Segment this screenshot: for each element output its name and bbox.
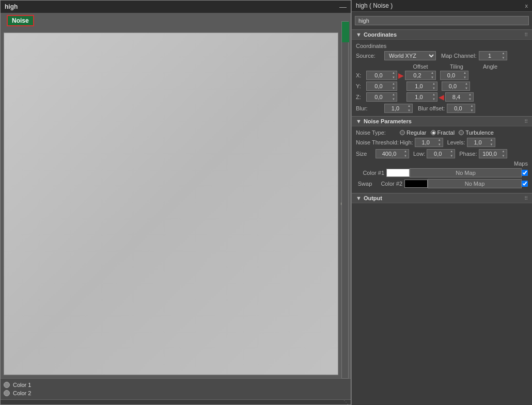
coordinates-label: Coordinates <box>356 43 386 49</box>
y-angle-spinner[interactable]: 0,0 ▲▼ <box>442 82 470 91</box>
high-value: 1,0 <box>415 139 436 145</box>
noise-params-title: Noise Parameters <box>364 118 412 124</box>
blur-row: Blur: 1,0 ▲▼ Blur offset: 0,0 ▲▼ <box>356 104 528 113</box>
size-label: Size <box>356 151 375 157</box>
color-nodes: Color 1 Color 2 <box>1 378 351 399</box>
radio-regular[interactable]: Regular <box>400 129 427 136</box>
radio-turbulence-label: Turbulence <box>465 129 494 136</box>
color2-no-map-button[interactable]: No Map <box>428 179 522 188</box>
coordinates-title: Coordinates <box>364 31 397 38</box>
radio-fractal-label: Fractal <box>437 129 455 136</box>
map-channel-value: 1 <box>479 53 500 59</box>
z-offset-spinner[interactable]: 0,0 ▲▼ <box>366 92 397 102</box>
blur-offset-spinner[interactable]: 0,0 ▲▼ <box>447 104 475 113</box>
radio-fractal[interactable]: Fractal <box>431 129 455 136</box>
coordinates-arrow: ▼ <box>356 31 362 38</box>
color2-label: Color 2 <box>13 390 31 396</box>
z-tiling-spinner[interactable]: 1,0 ▲▼ <box>406 92 437 102</box>
y-offset-spinner[interactable]: 0,0 ▲▼ <box>366 82 397 91</box>
map-channel-arrows[interactable]: ▲ ▼ <box>500 51 507 60</box>
high-spinner[interactable]: 1,0 ▲▼ <box>415 138 443 147</box>
phase-spinner[interactable]: 100,0 ▲▼ <box>479 149 507 158</box>
z-tiling-value: 1,0 <box>407 94 431 100</box>
noise-threshold-row: Noise Threshold: High: 1,0 ▲▼ Levels: 1,… <box>356 138 528 147</box>
radio-turbulence-circle[interactable] <box>459 130 464 135</box>
left-title: high <box>5 3 18 10</box>
color2-swatch[interactable] <box>404 180 428 188</box>
x-row: X: 0,0 ▲▼ ▶ 0,2 ▲▼ 0,0 ▲▼ <box>356 71 528 80</box>
radio-fractal-circle[interactable] <box>431 130 436 135</box>
color1-map-checkbox[interactable] <box>522 170 528 176</box>
noise-type-row: Noise Type: Regular Fractal Turbulence <box>356 129 528 136</box>
left-panel: high — Noise Color 1 Color 2 ⋱ <box>0 0 351 405</box>
tiling-header: Tiling <box>439 63 475 70</box>
scrollbar-thumb[interactable] <box>342 22 349 42</box>
z-arrow: ◀ <box>439 93 444 101</box>
low-label: Low: <box>413 151 425 157</box>
levels-value: 1,0 <box>467 139 489 145</box>
phase-label: Phase: <box>459 151 477 157</box>
x-offset-value: 0,0 <box>367 72 390 78</box>
coordinates-content: Coordinates Source: World XYZ Object XYZ… <box>352 40 532 116</box>
size-value: 400,0 <box>376 151 402 157</box>
right-scrollbar[interactable] <box>341 21 349 379</box>
color1-label: Color #1 <box>356 170 384 176</box>
low-spinner[interactable]: 0,0 ▲▼ <box>427 149 455 158</box>
y-tiling-value: 1,0 <box>407 83 431 89</box>
color1-swatch[interactable] <box>386 169 410 177</box>
color2-row: Color #2 No Map <box>374 179 528 188</box>
swap-label: Swap <box>356 181 374 187</box>
color2-circle <box>4 390 10 396</box>
minimize-button[interactable]: — <box>339 3 347 11</box>
color1-no-map-button[interactable]: No Map <box>410 168 522 177</box>
y-tiling-spinner[interactable]: 1,0 ▲▼ <box>406 82 437 91</box>
blur-value: 1,0 <box>385 105 406 111</box>
noise-badge[interactable]: Noise <box>7 15 34 26</box>
blur-spinner[interactable]: 1,0 ▲▼ <box>384 104 413 113</box>
noise-params-section-header[interactable]: ▼ Noise Parameters ⠿ <box>352 116 532 126</box>
coordinates-dots: ⠿ <box>524 32 528 38</box>
x-offset-spinner[interactable]: 0,0 ▲▼ <box>366 71 397 80</box>
color2-label: Color #2 <box>374 181 402 187</box>
high-label: High: <box>400 139 413 145</box>
offset-header: Offset <box>402 63 439 70</box>
z-label: Z: <box>356 94 366 100</box>
color2-node: Color 2 <box>4 389 348 397</box>
output-title: Output <box>364 195 382 201</box>
radio-regular-circle[interactable] <box>400 130 405 135</box>
noise-params-content: Noise Type: Regular Fractal Turbulence N… <box>352 126 532 193</box>
right-header: high ( Noise ) x <box>352 0 532 12</box>
radio-turbulence[interactable]: Turbulence <box>459 129 494 136</box>
color2-map-checkbox[interactable] <box>522 181 528 187</box>
coordinates-section-header[interactable]: ▼ Coordinates ⠿ <box>352 29 532 40</box>
color1-row: Color #1 No Map <box>356 168 528 177</box>
noise-params-dots: ⠿ <box>524 119 528 124</box>
color1-label: Color 1 <box>13 382 31 388</box>
panel-close-button[interactable]: x <box>525 3 528 9</box>
levels-spinner[interactable]: 1,0 ▲▼ <box>467 138 495 147</box>
phase-value: 100,0 <box>479 151 500 157</box>
output-section-header[interactable]: ▼ Output ⠿ <box>352 193 532 203</box>
y-offset-value: 0,0 <box>367 83 390 89</box>
size-spinner[interactable]: 400,0 ▲▼ <box>375 149 409 158</box>
threshold-label: Noise Threshold: <box>356 139 400 145</box>
color1-circle <box>4 382 10 388</box>
x-angle-spinner[interactable]: 0,0 ▲▼ <box>440 71 468 80</box>
preview-area <box>4 33 338 375</box>
noise-type-radios: Regular Fractal Turbulence <box>400 129 494 136</box>
source-row: Source: World XYZ Object XYZ Explicit Ma… <box>356 51 528 60</box>
z-angle-spinner[interactable]: 8,4 ▲▼ <box>445 92 474 102</box>
noise-params-arrow: ▼ <box>356 118 362 124</box>
right-panel: high ( Noise ) x ▼ Coordinates ⠿ Coordin… <box>351 0 532 405</box>
y-angle-value: 0,0 <box>442 83 463 89</box>
source-label: Source: <box>356 53 384 59</box>
resize-handle[interactable]: ⋱ <box>1 399 351 404</box>
blur-label: Blur: <box>356 105 384 111</box>
source-select[interactable]: World XYZ Object XYZ Explicit Map Channe… <box>384 51 436 60</box>
color1-node: Color 1 <box>4 381 348 389</box>
map-channel-spinner[interactable]: 1 ▲ ▼ <box>479 51 507 60</box>
y-row: Y: 0,0 ▲▼ 1,0 ▲▼ 0,0 ▲▼ <box>356 82 528 91</box>
panel-name-input[interactable] <box>355 16 529 25</box>
x-arrow: ▶ <box>398 71 404 79</box>
x-tiling-spinner[interactable]: 0,2 ▲▼ <box>405 71 436 80</box>
